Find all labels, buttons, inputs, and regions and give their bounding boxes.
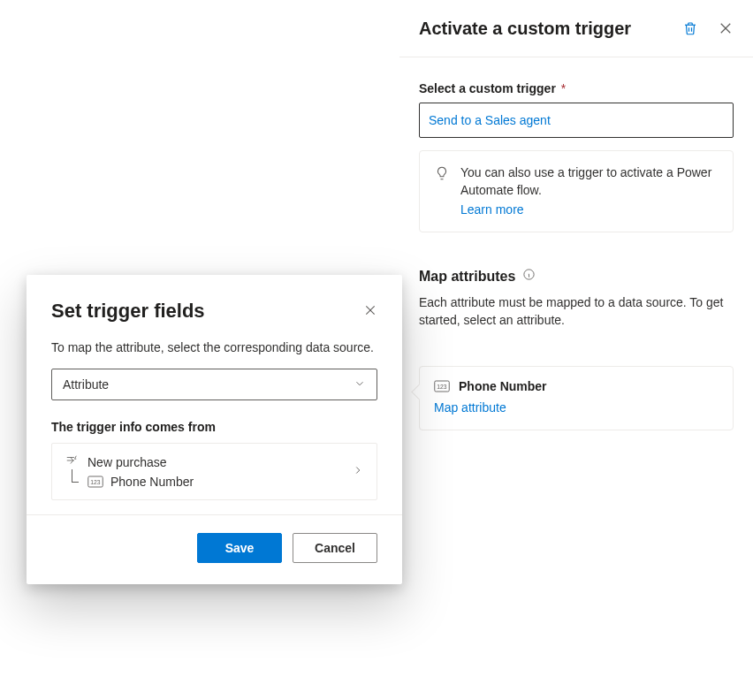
trigger-source-tree: New purchase 123 Phone Number — [65, 454, 194, 489]
map-desc: Each attribute must be mapped to a data … — [419, 293, 734, 329]
svg-text:123: 123 — [437, 384, 447, 390]
dialog-content: Set trigger fields To map the attribute,… — [27, 275, 402, 514]
panel-header: Activate a custom trigger — [399, 0, 753, 57]
trash-icon — [682, 20, 698, 36]
chevron-down-icon — [354, 377, 366, 392]
select-trigger-label: Select a custom trigger * — [419, 81, 566, 95]
map-attributes-heading: Map attributes — [419, 268, 734, 285]
svg-text:123: 123 — [90, 479, 101, 485]
attribute-card[interactable]: 123 Phone Number Map attribute — [419, 366, 734, 430]
source-parent: New purchase — [87, 455, 167, 469]
tree-row-parent: New purchase — [65, 454, 194, 469]
dialog-header: Set trigger fields — [51, 300, 377, 323]
number-field-icon: 123 — [87, 476, 103, 488]
attribute-name: Phone Number — [459, 379, 547, 393]
attribute-select[interactable]: Attribute — [51, 369, 377, 400]
save-button[interactable]: Save — [197, 533, 282, 563]
dialog-footer: Save Cancel — [27, 514, 402, 584]
select-trigger-label-text: Select a custom trigger — [419, 81, 556, 95]
close-icon — [363, 303, 377, 317]
tree-row-child: 123 Phone Number — [68, 475, 194, 489]
trigger-source-label: The trigger info comes from — [51, 420, 377, 434]
set-trigger-fields-dialog: Set trigger fields To map the attribute,… — [27, 275, 402, 584]
panel-title: Activate a custom trigger — [419, 16, 631, 41]
dialog-close-button[interactable] — [363, 303, 377, 317]
panel-body: Select a custom trigger * You can also u… — [399, 57, 753, 450]
cancel-button[interactable]: Cancel — [293, 533, 377, 563]
activate-trigger-panel: Activate a custom trigger Select a custo… — [399, 0, 753, 700]
close-icon — [718, 20, 734, 36]
chevron-right-icon — [352, 464, 364, 480]
callout-content: You can also use a trigger to activate a… — [460, 164, 719, 217]
source-child: Phone Number — [110, 475, 194, 489]
trigger-flow-icon — [65, 454, 79, 469]
info-callout: You can also use a trigger to activate a… — [419, 150, 734, 232]
number-field-icon: 123 — [434, 380, 450, 392]
required-asterisk: * — [561, 81, 566, 95]
callout-text: You can also use a trigger to activate a… — [460, 164, 719, 199]
attribute-select-placeholder: Attribute — [63, 377, 109, 392]
tree-branch-icon — [68, 475, 80, 489]
learn-more-link[interactable]: Learn more — [460, 202, 524, 217]
lightbulb-icon — [434, 165, 450, 185]
info-icon[interactable] — [522, 268, 536, 285]
dialog-desc: To map the attribute, select the corresp… — [51, 339, 377, 356]
trigger-source-card[interactable]: New purchase 123 Phone Number — [51, 443, 377, 500]
map-heading-text: Map attributes — [419, 269, 515, 285]
map-attribute-link[interactable]: Map attribute — [434, 400, 506, 415]
custom-trigger-input[interactable] — [419, 103, 734, 138]
delete-button[interactable] — [682, 20, 698, 36]
dialog-title: Set trigger fields — [51, 300, 205, 323]
panel-header-actions — [682, 20, 734, 36]
close-panel-button[interactable] — [718, 20, 734, 36]
attribute-row: 123 Phone Number — [434, 379, 719, 393]
